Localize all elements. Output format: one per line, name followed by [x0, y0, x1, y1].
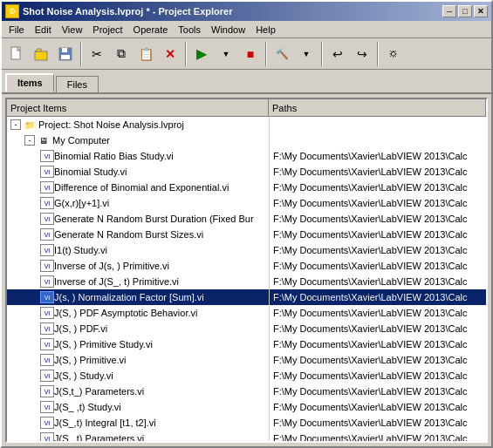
tree-right: F:\My Documents\Xavier\LabVIEW 2013\Calc…: [269, 117, 486, 441]
tree-item-1[interactable]: VI Binomial Study.vi: [7, 164, 269, 180]
content-area: Project Items Paths - 📁 Project: Shot No…: [2, 94, 491, 446]
svg-rect-3: [62, 48, 67, 52]
path-0: F:\My Documents\Xavier\LabVIEW 2013\Calc: [270, 148, 486, 164]
run-button[interactable]: ▶: [190, 43, 213, 65]
item-label-15: J(S,t_) Parameters.vi: [54, 386, 144, 397]
tree-item-13[interactable]: VI J(S, ) Primitive.vi: [7, 352, 269, 368]
tree-item-16[interactable]: VI J(S_ ,t) Study.vi: [7, 399, 269, 415]
item-label-10: J(S, ) PDF Asymptotic Behavior.vi: [54, 308, 197, 318]
toolbar-sep-1: [80, 42, 82, 66]
vi-icon-2: VI: [40, 181, 54, 193]
menu-help[interactable]: Help: [250, 23, 281, 37]
vi-icon-12: VI: [40, 338, 54, 350]
vi-icon-7: VI: [40, 260, 54, 272]
tree-item-root[interactable]: - 📁 Project: Shot Noise Analysis.lvproj: [7, 117, 269, 132]
menu-operate[interactable]: Operate: [128, 23, 174, 37]
vi-icon-5: VI: [40, 228, 54, 241]
toolbar: ✂ ⧉ 📋 ✕ ▶ ▼ ■ 🔨 ▼ ↩ ↪ ⛭: [2, 38, 491, 70]
vi-icon-0: VI: [40, 150, 54, 162]
toolbar-sep-3: [265, 42, 267, 66]
copy-button[interactable]: ⧉: [110, 43, 133, 65]
redo-button[interactable]: ↪: [351, 43, 373, 65]
tree-item-15[interactable]: VI J(S,t_) Parameters.vi: [7, 384, 269, 399]
path-4: F:\My Documents\Xavier\LabVIEW 2013\Calc: [270, 211, 486, 227]
path-1: F:\My Documents\Xavier\LabVIEW 2013\Calc: [270, 164, 486, 180]
menu-file[interactable]: File: [3, 23, 30, 37]
delete-button[interactable]: ✕: [159, 43, 181, 65]
path-8: F:\My Documents\Xavier\LabVIEW 2013\Calc: [270, 274, 486, 289]
build-button[interactable]: 🔨: [270, 43, 293, 65]
tree-item-2[interactable]: VI Difference of Binomial and Exponentia…: [7, 180, 269, 195]
save-button[interactable]: [54, 43, 77, 65]
item-label-14: J(S, ) Study.vi: [54, 370, 113, 381]
build-arrow-button[interactable]: ▼: [295, 43, 318, 65]
tree-item-8[interactable]: VI Inverse of J(S_, t) Primitive.vi: [7, 274, 269, 289]
item-label-3: G(x,r)[y+1].vi: [54, 198, 109, 208]
open-button[interactable]: [30, 43, 52, 65]
item-label-16: J(S_ ,t) Study.vi: [54, 402, 121, 412]
undo-button[interactable]: ↩: [326, 43, 349, 65]
paste-button[interactable]: 📋: [134, 43, 157, 65]
vi-icon-13: VI: [40, 354, 54, 366]
tree-item-18[interactable]: VI J(S_,t) Parameters.vi: [7, 431, 269, 441]
path-5: F:\My Documents\Xavier\LabVIEW 2013\Calc: [270, 227, 486, 242]
tree-item-5[interactable]: VI Generate N Random Burst Sizes.vi: [7, 227, 269, 242]
menu-edit[interactable]: Edit: [30, 23, 57, 37]
tree-item-0[interactable]: VI Binomial Ratio Bias Study.vi: [7, 148, 269, 164]
tree-item-7[interactable]: VI Inverse of J(s, ) Primitive.vi: [7, 258, 269, 274]
tree-item-4[interactable]: VI Generate N Random Burst Duration (Fix…: [7, 211, 269, 227]
tree-left: - 📁 Project: Shot Noise Analysis.lvproj …: [7, 117, 269, 441]
minimize-button[interactable]: ─: [442, 5, 456, 17]
tree-item-14[interactable]: VI J(S, ) Study.vi: [7, 368, 269, 384]
col-header-items: Project Items: [7, 99, 269, 116]
tree-item-computer[interactable]: - 🖥 My Computer: [7, 132, 269, 148]
item-label-2: Difference of Binomial and Exponential.v…: [54, 182, 229, 193]
stop-button[interactable]: ■: [239, 43, 262, 65]
item-label-8: Inverse of J(S_, t) Primitive.vi: [54, 276, 179, 287]
column-headers: Project Items Paths: [7, 99, 486, 117]
path-14: F:\My Documents\Xavier\LabVIEW 2013\Calc: [270, 368, 486, 384]
toolbar-sep-2: [185, 42, 187, 66]
computer-icon: 🖥: [37, 133, 51, 147]
tree-content[interactable]: - 📁 Project: Shot Noise Analysis.lvproj …: [7, 117, 486, 441]
window-title: Shot Noise Analysis.lvproj * - Project E…: [23, 6, 439, 17]
tree-item-10[interactable]: VI J(S, ) PDF Asymptotic Behavior.vi: [7, 305, 269, 321]
vi-icon-1: VI: [40, 166, 54, 178]
expand-computer[interactable]: -: [24, 135, 35, 146]
tab-files[interactable]: Files: [56, 76, 99, 92]
cut-button[interactable]: ✂: [86, 43, 108, 65]
item-label-11: J(S, ) PDF.vi: [54, 323, 107, 334]
tree-item-12[interactable]: VI J(S, ) Primitive Study.vi: [7, 336, 269, 352]
menu-view[interactable]: View: [57, 23, 88, 37]
path-7: F:\My Documents\Xavier\LabVIEW 2013\Calc: [270, 258, 486, 274]
tab-items[interactable]: Items: [5, 73, 54, 92]
svg-rect-1: [35, 51, 47, 60]
root-label: Project: Shot Noise Analysis.lvproj: [38, 119, 184, 130]
vi-icon-4: VI: [40, 213, 54, 225]
close-button[interactable]: ✕: [474, 5, 488, 17]
window-controls: ─ □ ✕: [442, 5, 488, 17]
tree-item-3[interactable]: VI G(x,r)[y+1].vi: [7, 195, 269, 211]
run-arrow-button[interactable]: ▼: [215, 43, 237, 65]
expand-root[interactable]: -: [10, 119, 21, 130]
vi-icon-6: VI: [40, 244, 54, 256]
tree-item-9[interactable]: VI J(s, ) Normalization Factor [Sum].vi: [7, 289, 269, 305]
vi-icon-16: VI: [40, 401, 54, 413]
menu-project[interactable]: Project: [87, 23, 127, 37]
path-11: F:\My Documents\Xavier\LabVIEW 2013\Calc: [270, 321, 486, 336]
vi-icon-8: VI: [40, 275, 54, 288]
item-label-13: J(S, ) Primitive.vi: [54, 355, 127, 365]
computer-label: My Computer: [52, 135, 110, 146]
tree-item-17[interactable]: VI J(S_,t) Integral [t1, t2].vi: [7, 415, 269, 431]
vi-icon-3: VI: [40, 197, 54, 209]
new-button[interactable]: [5, 43, 28, 65]
menu-tools[interactable]: Tools: [173, 23, 206, 37]
toolbar-sep-4: [321, 42, 323, 66]
tree-item-6[interactable]: VI I1(t) Study.vi: [7, 242, 269, 258]
path-10: F:\My Documents\Xavier\LabVIEW 2013\Calc: [270, 305, 486, 321]
menu-window[interactable]: Window: [206, 23, 250, 37]
maximize-button[interactable]: □: [458, 5, 472, 17]
tree-item-11[interactable]: VI J(S, ) PDF.vi: [7, 321, 269, 336]
item-label-0: Binomial Ratio Bias Study.vi: [54, 151, 174, 161]
extra-button-1[interactable]: ⛭: [382, 43, 405, 65]
